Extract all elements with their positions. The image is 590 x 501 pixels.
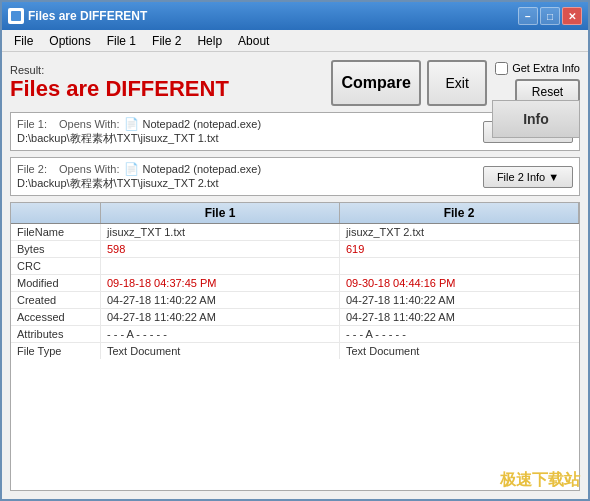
row-file1-value: - - - A - - - - - bbox=[101, 326, 340, 342]
row-label: Bytes bbox=[11, 241, 101, 257]
table-row: Accessed04-27-18 11:40:22 AM04-27-18 11:… bbox=[11, 309, 579, 326]
info-label: Info bbox=[523, 111, 549, 127]
row-label: Created bbox=[11, 292, 101, 308]
row-file1-value: Text Document bbox=[101, 343, 340, 359]
row-label: FileName bbox=[11, 224, 101, 240]
menu-options[interactable]: Options bbox=[41, 31, 98, 51]
app-icon bbox=[8, 8, 24, 24]
window-title: Files are DIFFERENT bbox=[28, 9, 147, 23]
title-bar: Files are DIFFERENT − □ ✕ bbox=[2, 2, 588, 30]
row-label: CRC bbox=[11, 258, 101, 274]
file2-label: File 2: bbox=[17, 163, 47, 175]
file2-opens-with-label: Opens With: bbox=[59, 163, 120, 175]
row-label: Modified bbox=[11, 275, 101, 291]
row-file2-value: 04-27-18 11:40:22 AM bbox=[340, 292, 579, 308]
menu-file1[interactable]: File 1 bbox=[99, 31, 144, 51]
row-file2-value: 04-27-18 11:40:22 AM bbox=[340, 309, 579, 325]
maximize-button[interactable]: □ bbox=[540, 7, 560, 25]
file2-path: D:\backup\教程素材\TXT\jisuxz_TXT 2.txt bbox=[17, 176, 483, 191]
row-file2-value bbox=[340, 258, 579, 274]
row-label: Attributes bbox=[11, 326, 101, 342]
comparison-table: File 1 File 2 FileNamejisuxz_TXT 1.txtji… bbox=[10, 202, 580, 491]
file2-info-button[interactable]: File 2 Info ▼ bbox=[483, 166, 573, 188]
info-panel: Info bbox=[492, 100, 580, 138]
extra-info-checkbox[interactable] bbox=[495, 62, 508, 75]
table-row: CRC bbox=[11, 258, 579, 275]
result-value: Files are DIFFERENT bbox=[10, 76, 323, 102]
row-file1-value: 04-27-18 11:40:22 AM bbox=[101, 309, 340, 325]
file1-app-icon: 📄 bbox=[124, 117, 139, 131]
row-file1-value bbox=[101, 258, 340, 274]
menu-bar: File Options File 1 File 2 Help About bbox=[2, 30, 588, 52]
result-label: Result: bbox=[10, 64, 323, 76]
file2-app-icon: 📄 bbox=[124, 162, 139, 176]
close-button[interactable]: ✕ bbox=[562, 7, 582, 25]
svg-rect-0 bbox=[11, 11, 21, 21]
file1-label: File 1: bbox=[17, 118, 47, 130]
row-file1-value: 598 bbox=[101, 241, 340, 257]
row-file2-value: - - - A - - - - - bbox=[340, 326, 579, 342]
file1-opens-with-label: Opens With: bbox=[59, 118, 120, 130]
menu-file2[interactable]: File 2 bbox=[144, 31, 189, 51]
table-row: File TypeText DocumentText Document bbox=[11, 343, 579, 359]
row-label: File Type bbox=[11, 343, 101, 359]
compare-button[interactable]: Compare bbox=[331, 60, 421, 106]
menu-help[interactable]: Help bbox=[189, 31, 230, 51]
row-file2-value: jisuxz_TXT 2.txt bbox=[340, 224, 579, 240]
row-file1-value: 09-18-18 04:37:45 PM bbox=[101, 275, 340, 291]
row-file2-value: 619 bbox=[340, 241, 579, 257]
file2-row: File 2: Opens With: 📄 Notepad2 (notepad.… bbox=[10, 157, 580, 196]
table-row: Modified09-18-18 04:37:45 PM09-30-18 04:… bbox=[11, 275, 579, 292]
col-label-header bbox=[11, 203, 101, 223]
col-file1-header: File 1 bbox=[101, 203, 340, 223]
row-file1-value: 04-27-18 11:40:22 AM bbox=[101, 292, 340, 308]
file1-path: D:\backup\教程素材\TXT\jisuxz_TXT 1.txt bbox=[17, 131, 483, 146]
file2-app-name: Notepad2 (notepad.exe) bbox=[143, 163, 262, 175]
row-file2-value: 09-30-18 04:44:16 PM bbox=[340, 275, 579, 291]
minimize-button[interactable]: − bbox=[518, 7, 538, 25]
col-file2-header: File 2 bbox=[340, 203, 579, 223]
menu-file[interactable]: File bbox=[6, 31, 41, 51]
row-label: Accessed bbox=[11, 309, 101, 325]
file1-app-name: Notepad2 (notepad.exe) bbox=[143, 118, 262, 130]
table-row: FileNamejisuxz_TXT 1.txtjisuxz_TXT 2.txt bbox=[11, 224, 579, 241]
row-file2-value: Text Document bbox=[340, 343, 579, 359]
table-row: Attributes- - - A - - - - -- - - A - - -… bbox=[11, 326, 579, 343]
row-file1-value: jisuxz_TXT 1.txt bbox=[101, 224, 340, 240]
table-row: Created04-27-18 11:40:22 AM04-27-18 11:4… bbox=[11, 292, 579, 309]
extra-info-label: Get Extra Info bbox=[512, 62, 580, 74]
watermark: 极速下载站 bbox=[500, 470, 580, 491]
menu-about[interactable]: About bbox=[230, 31, 277, 51]
exit-button[interactable]: Exit bbox=[427, 60, 487, 106]
table-row: Bytes598619 bbox=[11, 241, 579, 258]
